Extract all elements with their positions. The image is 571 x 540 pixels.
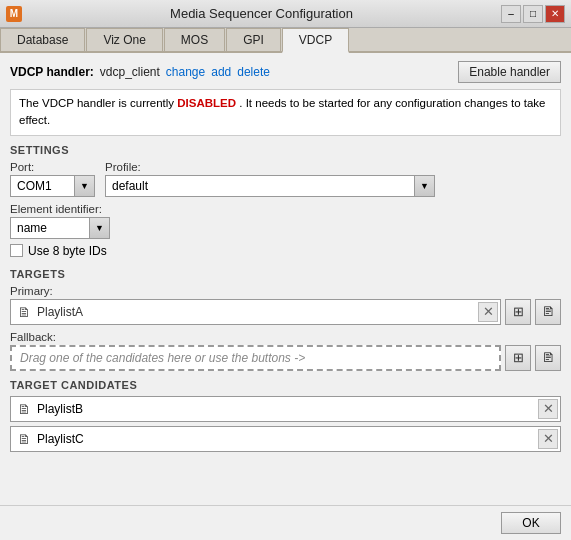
handler-info: VDCP handler: vdcp_client change add del… — [10, 65, 270, 79]
candidate-1-text: PlaylistC — [37, 432, 538, 446]
fallback-target-input[interactable]: Drag one of the candidates here or use t… — [10, 345, 501, 371]
port-select[interactable]: COM1 ▼ — [10, 175, 95, 197]
element-field-group: Element identifier: name ▼ — [10, 203, 561, 239]
targets-header: TARGETS — [10, 268, 561, 280]
primary-row: 🗎 PlaylistA ✕ ⊞ 🖹 — [10, 299, 561, 325]
handler-links: change add delete — [166, 65, 270, 79]
primary-field-wrap: 🗎 PlaylistA ✕ — [10, 299, 501, 325]
candidate-0-clear-button[interactable]: ✕ — [538, 399, 558, 419]
fallback-row: Drag one of the candidates here or use t… — [10, 345, 561, 371]
tab-gpi[interactable]: GPI — [226, 28, 281, 51]
port-profile-row: Port: COM1 ▼ Profile: default ▼ — [10, 161, 561, 197]
window-controls: – □ ✕ — [501, 5, 565, 23]
primary-doc-icon: 🗎 — [17, 304, 31, 320]
candidates-header: TARGET CANDIDATES — [10, 379, 561, 391]
element-value: name — [11, 221, 89, 235]
profile-select[interactable]: default ▼ — [105, 175, 435, 197]
tab-viz-one[interactable]: Viz One — [86, 28, 162, 51]
profile-dropdown-arrow[interactable]: ▼ — [414, 176, 434, 196]
primary-target-value: PlaylistA — [37, 305, 478, 319]
fallback-placeholder: Drag one of the candidates here or use t… — [12, 351, 499, 365]
tab-bar: Database Viz One MOS GPI VDCP — [0, 28, 571, 53]
candidate-1-clear-button[interactable]: ✕ — [538, 429, 558, 449]
checkbox-row: Use 8 byte IDs — [10, 244, 561, 258]
warning-prefix: The VDCP handler is currently — [19, 97, 177, 109]
enable-handler-button[interactable]: Enable handler — [458, 61, 561, 83]
profile-label: Profile: — [105, 161, 435, 173]
use-8-byte-ids-label: Use 8 byte IDs — [28, 244, 107, 258]
fallback-add-button[interactable]: 🖹 — [535, 345, 561, 371]
handler-name: vdcp_client — [100, 65, 160, 79]
window-title: Media Sequencer Configuration — [22, 6, 501, 21]
settings-section: SETTINGS Port: COM1 ▼ Profile: default ▼ — [10, 144, 561, 258]
primary-target-input[interactable]: 🗎 PlaylistA ✕ — [10, 299, 501, 325]
profile-field-group: Profile: default ▼ — [105, 161, 435, 197]
app-icon: M — [6, 6, 22, 22]
candidates-section: TARGET CANDIDATES 🗎 PlaylistB ✕ 🗎 Playli… — [10, 379, 561, 452]
add-link[interactable]: add — [211, 65, 231, 79]
port-label: Port: — [10, 161, 95, 173]
maximize-button[interactable]: □ — [523, 5, 543, 23]
title-bar: M Media Sequencer Configuration – □ ✕ — [0, 0, 571, 28]
candidate-0-text: PlaylistB — [37, 402, 538, 416]
primary-clear-button[interactable]: ✕ — [478, 302, 498, 322]
port-value: COM1 — [11, 179, 74, 193]
settings-header: SETTINGS — [10, 144, 561, 156]
close-button[interactable]: ✕ — [545, 5, 565, 23]
primary-label: Primary: — [10, 285, 561, 297]
profile-value: default — [106, 179, 414, 193]
primary-add-button[interactable]: 🖹 — [535, 299, 561, 325]
main-content: VDCP handler: vdcp_client change add del… — [0, 53, 571, 505]
disabled-status: DISABLED — [177, 97, 236, 109]
delete-link[interactable]: delete — [237, 65, 270, 79]
fallback-browse-button[interactable]: ⊞ — [505, 345, 531, 371]
candidate-1-icon: 🗎 — [17, 431, 31, 447]
candidate-item-0: 🗎 PlaylistB ✕ — [10, 396, 561, 422]
warning-message: The VDCP handler is currently DISABLED .… — [10, 89, 561, 136]
element-label: Element identifier: — [10, 203, 561, 215]
candidate-item-1: 🗎 PlaylistC ✕ — [10, 426, 561, 452]
fallback-field-wrap: Drag one of the candidates here or use t… — [10, 345, 501, 371]
handler-label: VDCP handler: — [10, 65, 94, 79]
candidate-0-icon: 🗎 — [17, 401, 31, 417]
fallback-label: Fallback: — [10, 331, 561, 343]
use-8-byte-ids-checkbox[interactable] — [10, 244, 23, 257]
primary-target-group: Primary: 🗎 PlaylistA ✕ ⊞ 🖹 — [10, 285, 561, 325]
handler-bar: VDCP handler: vdcp_client change add del… — [10, 61, 561, 83]
ok-button[interactable]: OK — [501, 512, 561, 534]
change-link[interactable]: change — [166, 65, 205, 79]
tab-vdcp[interactable]: VDCP — [282, 28, 349, 53]
tab-database[interactable]: Database — [0, 28, 85, 51]
port-dropdown-arrow[interactable]: ▼ — [74, 176, 94, 196]
primary-browse-button[interactable]: ⊞ — [505, 299, 531, 325]
fallback-target-group: Fallback: Drag one of the candidates her… — [10, 331, 561, 371]
element-select[interactable]: name ▼ — [10, 217, 110, 239]
minimize-button[interactable]: – — [501, 5, 521, 23]
element-dropdown-arrow[interactable]: ▼ — [89, 218, 109, 238]
port-field-group: Port: COM1 ▼ — [10, 161, 95, 197]
tab-mos[interactable]: MOS — [164, 28, 225, 51]
bottom-bar: OK — [0, 505, 571, 540]
targets-section: TARGETS Primary: 🗎 PlaylistA ✕ ⊞ 🖹 Fallb… — [10, 268, 561, 371]
